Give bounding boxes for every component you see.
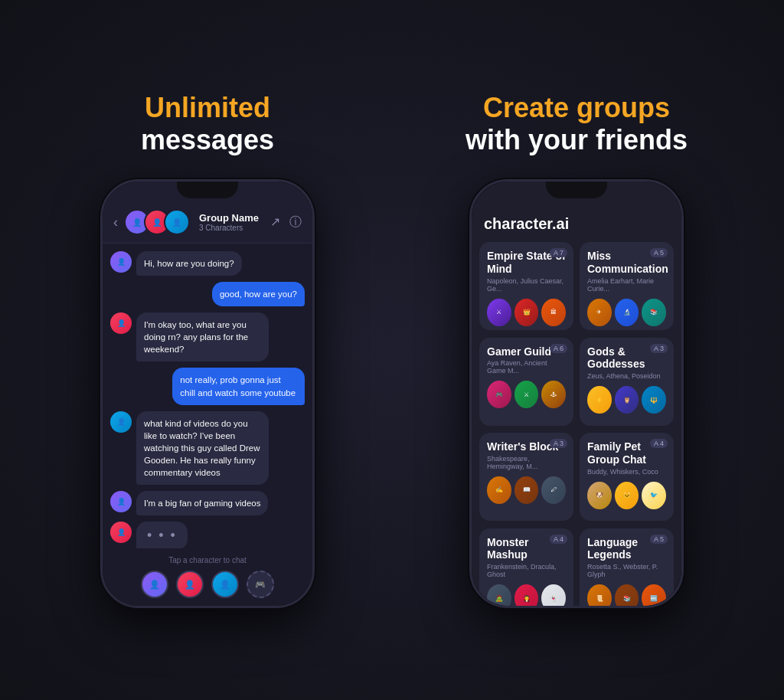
group-card-gamer[interactable]: A 6 Gamer Guild Aya Raven, Ancient Game … [479, 338, 573, 426]
group-avatar-23: 📚 [615, 584, 639, 606]
message-row-7: 👤 • • • [110, 522, 305, 550]
group-avatar-24: 🔤 [642, 584, 666, 606]
group-count-gamer: A 6 [550, 344, 567, 353]
tap-hint: Tap a character to chat [168, 556, 247, 564]
group-avatar-8: ⚔ [514, 381, 539, 408]
message-row-6: 👤 I'm a big fan of gaming videos [110, 491, 305, 515]
message-bubble-4: not really, prob gonna just chill and wa… [172, 368, 305, 404]
group-avatar-2: 👑 [514, 299, 539, 326]
msg-avatar-char2b: 👤 [110, 522, 132, 543]
back-icon[interactable]: ‹ [113, 214, 118, 231]
right-panel: Create groups with your friends characte… [412, 92, 741, 608]
group-count-empire: A 7 [550, 248, 567, 257]
group-avatar-21: 👻 [541, 584, 566, 606]
group-members-gamer: Aya Raven, Ancient Game M... [487, 359, 566, 375]
group-members-language: Rosetta S., Webster, P. Glyph [587, 563, 666, 578]
group-avatar-6: 📚 [642, 299, 666, 326]
group-avatars-gamer: 🎮 ⚔ 🕹 [487, 381, 566, 408]
left-phone-frame: ‹ 👤 👤 👤 Group Name 3 Characters ↗ ⓘ [100, 179, 315, 608]
message-row-2: good, how are you? [110, 282, 305, 306]
group-avatar-19: 🧟 [487, 584, 511, 606]
groups-screen: character.ai A 7 Empire State of Mind Na… [472, 182, 681, 606]
group-count-monster: A 4 [550, 535, 567, 544]
char-avatars-row: 👤 👤 👤 🎮 [141, 571, 274, 598]
group-avatars-gods: ⚡ 🦉 🔱 [587, 386, 666, 414]
char-select-3[interactable]: 👤 [211, 571, 239, 598]
group-members-empire: Napoleon, Julius Caesar, Ge... [487, 277, 566, 293]
group-members-gods: Zeus, Athena, Poseidon [587, 372, 666, 380]
group-card-gods[interactable]: A 3 Gods & Goddesses Zeus, Athena, Posei… [580, 338, 674, 426]
group-avatars-pet: 🐶 🐱 🐦 [587, 482, 666, 509]
group-card-monster[interactable]: A 4 Monster Mashup Frankenstein, Dracula… [479, 528, 573, 607]
right-phone-notch [546, 182, 607, 198]
chat-avatar-group: 👤 👤 👤 [124, 209, 190, 235]
group-avatar-15: 🖊 [541, 476, 566, 504]
char-select-2[interactable]: 👤 [176, 571, 204, 598]
right-phone-screen: character.ai A 7 Empire State of Mind Na… [472, 182, 681, 606]
groups-header: character.ai [472, 209, 681, 242]
group-avatar-3: 🏛 [541, 299, 566, 326]
right-heading-line2: with your friends [466, 124, 688, 156]
group-card-miss[interactable]: A 5 Miss Communication Amelia Earhart, M… [580, 242, 674, 330]
group-avatar-4: ✈ [587, 299, 612, 326]
group-avatar-18: 🐦 [642, 482, 666, 509]
typing-indicator: • • • [136, 522, 188, 550]
group-avatar-17: 🐱 [615, 482, 639, 509]
chat-info: Group Name 3 Characters [199, 212, 264, 232]
char-add-button[interactable]: 🎮 [247, 571, 274, 598]
group-avatar-12: 🔱 [642, 386, 666, 414]
group-avatars-monster: 🧟 🧛 👻 [487, 584, 566, 606]
group-avatar-5: 🔬 [615, 299, 639, 326]
group-avatar-13: ✍ [487, 476, 511, 504]
group-avatars-miss: ✈ 🔬 📚 [587, 299, 666, 326]
left-heading: Unlimited messages [141, 92, 274, 156]
group-avatars-writers: ✍ 📖 🖊 [487, 476, 566, 504]
left-heading-line2: messages [141, 124, 274, 156]
info-icon[interactable]: ⓘ [289, 214, 302, 231]
right-heading-line1: Create groups [466, 92, 688, 124]
group-avatar-22: 📜 [587, 584, 612, 606]
group-card-writers[interactable]: A 3 Writer's Block Shakespeare, Hemingwa… [479, 433, 573, 521]
message-bubble-5: what kind of videos do you like to watch… [136, 411, 269, 485]
chat-footer: Tap a character to chat 👤 👤 👤 🎮 [103, 548, 312, 606]
message-bubble-3: I'm okay too, what are you doing rn? any… [136, 312, 269, 361]
group-count-gods: A 3 [650, 344, 668, 353]
message-row-1: 👤 Hi, how are you doing? [110, 251, 305, 276]
message-bubble-1: Hi, how are you doing? [136, 251, 242, 276]
group-members-miss: Amelia Earhart, Marie Curie... [587, 277, 666, 293]
chat-members-count: 3 Characters [199, 224, 264, 232]
group-members-writers: Shakespeare, Hemingway, M... [487, 455, 566, 470]
msg-avatar-char1b: 👤 [110, 491, 132, 512]
chat-group-name: Group Name [199, 212, 264, 224]
group-avatar-9: 🕹 [541, 381, 566, 408]
msg-avatar-char3: 👤 [110, 411, 132, 433]
msg-avatar-char1: 👤 [110, 251, 132, 273]
group-avatar-7: 🎮 [487, 381, 511, 408]
group-members-monster: Frankenstein, Dracula, Ghost [487, 563, 566, 578]
message-bubble-6: I'm a big fan of gaming videos [136, 491, 268, 515]
chat-header-icons: ↗ ⓘ [270, 214, 302, 231]
group-avatars-empire: ⚔ 👑 🏛 [487, 299, 566, 326]
group-card-language[interactable]: A 5 Language Legends Rosetta S., Webster… [580, 528, 674, 607]
main-container: Unlimited messages ‹ 👤 👤 👤 Group Name 3 … [0, 0, 784, 700]
group-card-pet[interactable]: A 4 Family Pet Group Chat Buddy, Whisker… [580, 433, 674, 521]
groups-grid: A 7 Empire State of Mind Napoleon, Juliu… [472, 242, 681, 606]
char-select-1[interactable]: 👤 [141, 571, 168, 598]
group-avatars-language: 📜 📚 🔤 [587, 584, 666, 606]
msg-avatar-char2: 👤 [110, 312, 132, 334]
share-icon[interactable]: ↗ [270, 214, 280, 231]
group-avatar-20: 🧛 [514, 584, 539, 606]
group-count-pet: A 4 [650, 439, 668, 448]
left-phone-screen: ‹ 👤 👤 👤 Group Name 3 Characters ↗ ⓘ [103, 182, 312, 606]
group-card-empire[interactable]: A 7 Empire State of Mind Napoleon, Juliu… [479, 242, 573, 330]
right-phone-frame: character.ai A 7 Empire State of Mind Na… [469, 179, 684, 608]
message-row-5: 👤 what kind of videos do you like to wat… [110, 411, 305, 485]
group-members-pet: Buddy, Whiskers, Coco [587, 468, 666, 476]
group-count-language: A 5 [650, 535, 668, 544]
group-count-writers: A 3 [550, 439, 567, 448]
message-row-4: not really, prob gonna just chill and wa… [110, 368, 305, 404]
group-avatar-14: 📖 [514, 476, 539, 504]
phone-notch [177, 182, 238, 198]
chat-avatar-3: 👤 [164, 209, 190, 235]
group-avatar-10: ⚡ [587, 386, 612, 414]
